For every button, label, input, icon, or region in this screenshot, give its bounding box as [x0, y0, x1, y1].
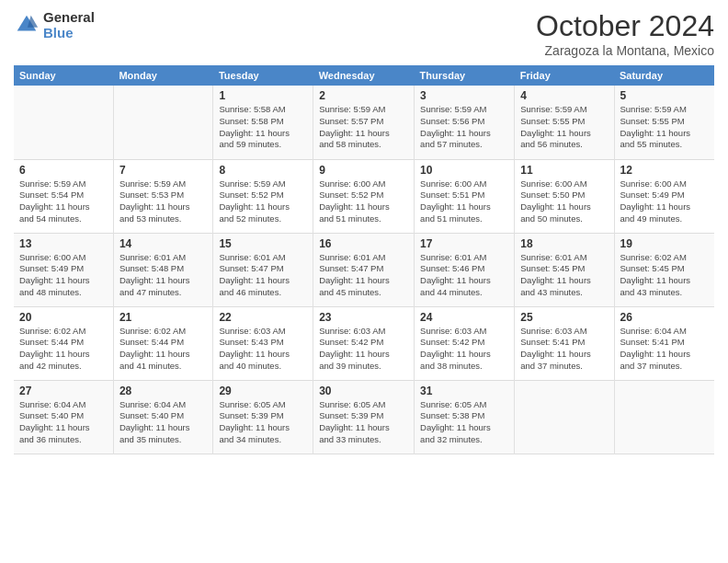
calendar-cell	[515, 380, 614, 454]
day-info: Sunrise: 5:59 AM Sunset: 5:56 PM Dayligh…	[420, 104, 508, 151]
month-title: October 2024	[536, 9, 714, 43]
day-number: 18	[520, 237, 608, 250]
week-row-5: 27Sunrise: 6:04 AM Sunset: 5:40 PM Dayli…	[14, 380, 714, 454]
day-number: 23	[319, 311, 408, 324]
day-number: 26	[620, 311, 710, 324]
day-number: 2	[319, 89, 408, 102]
logo: General Blue	[14, 9, 95, 40]
day-number: 6	[19, 164, 108, 177]
calendar-cell: 26Sunrise: 6:04 AM Sunset: 5:41 PM Dayli…	[614, 306, 714, 380]
header: General Blue October 2024 Zaragoza la Mo…	[14, 9, 714, 58]
weekday-header-sunday: Sunday	[14, 65, 113, 86]
calendar-cell	[614, 380, 714, 454]
calendar-cell: 19Sunrise: 6:02 AM Sunset: 5:45 PM Dayli…	[614, 233, 714, 306]
calendar-cell: 21Sunrise: 6:02 AM Sunset: 5:44 PM Dayli…	[113, 306, 213, 380]
day-info: Sunrise: 6:01 AM Sunset: 5:47 PM Dayligh…	[219, 252, 307, 299]
day-number: 19	[620, 237, 710, 250]
day-info: Sunrise: 6:03 AM Sunset: 5:43 PM Dayligh…	[219, 326, 307, 373]
day-number: 30	[319, 385, 408, 397]
day-info: Sunrise: 6:03 AM Sunset: 5:41 PM Dayligh…	[520, 326, 608, 373]
day-info: Sunrise: 6:00 AM Sunset: 5:49 PM Dayligh…	[620, 178, 710, 225]
day-number: 4	[520, 89, 608, 102]
day-number: 9	[319, 164, 408, 177]
calendar-cell: 25Sunrise: 6:03 AM Sunset: 5:41 PM Dayli…	[515, 306, 614, 380]
day-info: Sunrise: 5:59 AM Sunset: 5:55 PM Dayligh…	[620, 104, 710, 151]
day-info: Sunrise: 5:59 AM Sunset: 5:57 PM Dayligh…	[319, 104, 408, 151]
calendar-cell: 15Sunrise: 6:01 AM Sunset: 5:47 PM Dayli…	[213, 233, 313, 306]
calendar-cell: 16Sunrise: 6:01 AM Sunset: 5:47 PM Dayli…	[313, 233, 415, 306]
day-info: Sunrise: 5:59 AM Sunset: 5:53 PM Dayligh…	[119, 178, 208, 225]
day-info: Sunrise: 6:01 AM Sunset: 5:47 PM Dayligh…	[319, 252, 408, 299]
week-row-3: 13Sunrise: 6:00 AM Sunset: 5:49 PM Dayli…	[14, 233, 714, 306]
calendar-cell: 2Sunrise: 5:59 AM Sunset: 5:57 PM Daylig…	[313, 86, 415, 159]
day-info: Sunrise: 5:59 AM Sunset: 5:55 PM Dayligh…	[520, 104, 608, 151]
day-info: Sunrise: 6:03 AM Sunset: 5:42 PM Dayligh…	[420, 326, 508, 373]
day-number: 25	[520, 311, 608, 324]
day-number: 22	[219, 311, 307, 324]
day-number: 5	[620, 89, 710, 102]
weekday-header-wednesday: Wednesday	[313, 65, 415, 86]
calendar-cell: 28Sunrise: 6:04 AM Sunset: 5:40 PM Dayli…	[113, 380, 213, 454]
day-info: Sunrise: 6:05 AM Sunset: 5:39 PM Dayligh…	[319, 399, 408, 446]
day-info: Sunrise: 6:00 AM Sunset: 5:51 PM Dayligh…	[420, 178, 508, 225]
day-number: 27	[19, 385, 108, 397]
day-info: Sunrise: 5:59 AM Sunset: 5:52 PM Dayligh…	[219, 178, 307, 225]
calendar-cell: 11Sunrise: 6:00 AM Sunset: 5:50 PM Dayli…	[515, 159, 614, 233]
weekday-header-tuesday: Tuesday	[213, 65, 313, 86]
main-container: General Blue October 2024 Zaragoza la Mo…	[0, 0, 728, 464]
day-number: 21	[119, 311, 208, 324]
weekday-header-thursday: Thursday	[415, 65, 515, 86]
calendar-cell: 17Sunrise: 6:01 AM Sunset: 5:46 PM Dayli…	[415, 233, 515, 306]
calendar-cell: 20Sunrise: 6:02 AM Sunset: 5:44 PM Dayli…	[14, 306, 113, 380]
calendar-cell: 22Sunrise: 6:03 AM Sunset: 5:43 PM Dayli…	[213, 306, 313, 380]
week-row-1: 1Sunrise: 5:58 AM Sunset: 5:58 PM Daylig…	[14, 86, 714, 159]
location-subtitle: Zaragoza la Montana, Mexico	[536, 43, 714, 58]
calendar-cell: 5Sunrise: 5:59 AM Sunset: 5:55 PM Daylig…	[614, 86, 714, 159]
day-number: 11	[520, 164, 608, 177]
calendar-cell: 27Sunrise: 6:04 AM Sunset: 5:40 PM Dayli…	[14, 380, 113, 454]
day-number: 7	[119, 164, 208, 177]
calendar-cell: 29Sunrise: 6:05 AM Sunset: 5:39 PM Dayli…	[213, 380, 313, 454]
calendar-cell	[113, 86, 213, 159]
day-number: 17	[420, 237, 508, 250]
day-info: Sunrise: 6:02 AM Sunset: 5:44 PM Dayligh…	[19, 326, 108, 373]
calendar-cell: 18Sunrise: 6:01 AM Sunset: 5:45 PM Dayli…	[515, 233, 614, 306]
day-info: Sunrise: 6:01 AM Sunset: 5:45 PM Dayligh…	[520, 252, 608, 299]
day-info: Sunrise: 6:00 AM Sunset: 5:52 PM Dayligh…	[319, 178, 408, 225]
weekday-header-row: SundayMondayTuesdayWednesdayThursdayFrid…	[14, 65, 714, 86]
calendar-cell: 4Sunrise: 5:59 AM Sunset: 5:55 PM Daylig…	[515, 86, 614, 159]
calendar-cell: 6Sunrise: 5:59 AM Sunset: 5:54 PM Daylig…	[14, 159, 113, 233]
calendar-cell: 30Sunrise: 6:05 AM Sunset: 5:39 PM Dayli…	[313, 380, 415, 454]
day-number: 29	[219, 385, 307, 397]
weekday-header-saturday: Saturday	[614, 65, 714, 86]
day-info: Sunrise: 6:03 AM Sunset: 5:42 PM Dayligh…	[319, 326, 408, 373]
day-number: 28	[119, 385, 208, 397]
day-number: 24	[420, 311, 508, 324]
week-row-2: 6Sunrise: 5:59 AM Sunset: 5:54 PM Daylig…	[14, 159, 714, 233]
day-number: 13	[19, 237, 108, 250]
day-info: Sunrise: 6:04 AM Sunset: 5:41 PM Dayligh…	[620, 326, 710, 373]
day-info: Sunrise: 6:04 AM Sunset: 5:40 PM Dayligh…	[19, 399, 108, 446]
calendar-cell	[14, 86, 113, 159]
calendar-cell: 24Sunrise: 6:03 AM Sunset: 5:42 PM Dayli…	[415, 306, 515, 380]
day-number: 10	[420, 164, 508, 177]
calendar-cell: 23Sunrise: 6:03 AM Sunset: 5:42 PM Dayli…	[313, 306, 415, 380]
week-row-4: 20Sunrise: 6:02 AM Sunset: 5:44 PM Dayli…	[14, 306, 714, 380]
day-number: 20	[19, 311, 108, 324]
day-number: 8	[219, 164, 307, 177]
calendar-cell: 14Sunrise: 6:01 AM Sunset: 5:48 PM Dayli…	[113, 233, 213, 306]
day-number: 16	[319, 237, 408, 250]
day-number: 15	[219, 237, 307, 250]
day-info: Sunrise: 5:59 AM Sunset: 5:54 PM Dayligh…	[19, 178, 108, 225]
calendar-cell: 13Sunrise: 6:00 AM Sunset: 5:49 PM Dayli…	[14, 233, 113, 306]
day-info: Sunrise: 6:00 AM Sunset: 5:50 PM Dayligh…	[520, 178, 608, 225]
day-info: Sunrise: 6:01 AM Sunset: 5:46 PM Dayligh…	[420, 252, 508, 299]
day-info: Sunrise: 5:58 AM Sunset: 5:58 PM Dayligh…	[219, 104, 307, 151]
calendar-table: SundayMondayTuesdayWednesdayThursdayFrid…	[14, 65, 714, 454]
title-section: October 2024 Zaragoza la Montana, Mexico	[536, 9, 714, 58]
calendar-cell: 9Sunrise: 6:00 AM Sunset: 5:52 PM Daylig…	[313, 159, 415, 233]
day-number: 3	[420, 89, 508, 102]
weekday-header-friday: Friday	[515, 65, 614, 86]
calendar-cell: 8Sunrise: 5:59 AM Sunset: 5:52 PM Daylig…	[213, 159, 313, 233]
calendar-cell: 10Sunrise: 6:00 AM Sunset: 5:51 PM Dayli…	[415, 159, 515, 233]
